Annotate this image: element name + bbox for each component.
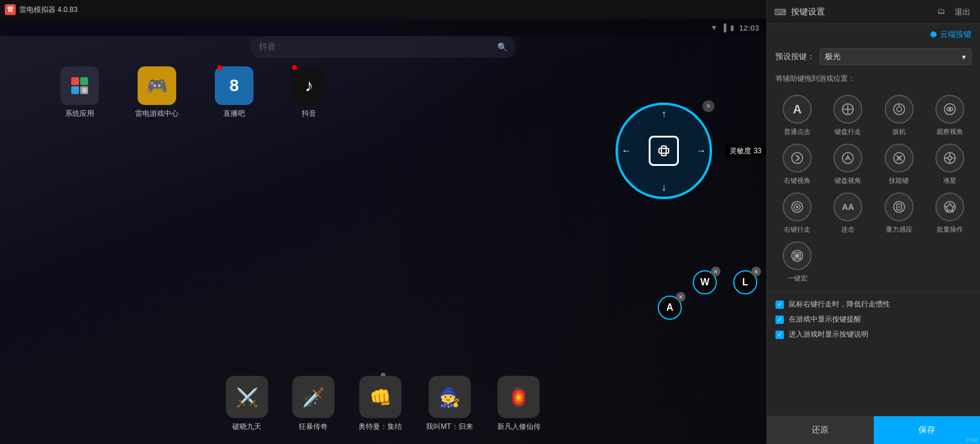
key-item-skill-key[interactable]: 技能键 — [877, 144, 921, 185]
key-item-observe[interactable]: 观察视角 — [928, 95, 972, 136]
title-bar: 雷 雷电模拟器 4.0.83 — [0, 0, 766, 19]
checkbox-row-show-tips[interactable]: ✓ 在游戏中显示按键提醒 — [775, 314, 972, 325]
search-bar[interactable]: 抖音 🔍 — [250, 36, 516, 58]
status-bar: ▼ ▐ ▮ 12:03 — [0, 19, 766, 36]
game-wojiaomt[interactable]: 🧙 我叫MT：归来 — [426, 376, 472, 432]
bottom-games: ⚔️ 破晓九天 🗡️ 狂暴传奇 👊 奥特曼：集结 🧙 我叫MT：归来 🏮 新凡人… — [226, 376, 540, 432]
game-xinpinren[interactable]: 🏮 新凡人修仙传 — [497, 376, 541, 432]
search-icon[interactable]: 🔍 — [497, 42, 508, 52]
key-item-normal-click[interactable]: A 普通点击 — [775, 95, 819, 136]
panel-header-buttons: 🗂 退出 — [935, 5, 973, 19]
app-label-live: 直播吧 — [223, 109, 245, 119]
app-system[interactable]: ⊞ 系统应用 — [60, 66, 99, 119]
key-icon-slot — [885, 95, 914, 124]
key-a-close[interactable]: × — [676, 292, 686, 302]
checkbox-reduce-habit[interactable]: ✓ — [775, 300, 784, 309]
key-icon-right-click-walk — [783, 192, 812, 221]
arrow-down-icon: ↓ — [661, 182, 666, 193]
arrow-up-icon: ↑ — [661, 109, 666, 119]
panel-title: 按键设置 — [791, 7, 930, 17]
game-icon-wojiaomt: 🧙 — [428, 376, 471, 418]
drag-hint: 将辅助键拖到游戏位置： — [767, 69, 980, 89]
game-icon-xinpinren: 🏮 — [498, 376, 540, 418]
key-label-keyboard-walk: 键盘行走 — [835, 127, 861, 136]
search-placeholder: 抖音 — [259, 42, 492, 52]
key-button-w[interactable]: W × — [693, 270, 717, 294]
keyboard-view-icon-svg — [841, 151, 854, 165]
checkbox-show-desc[interactable]: ✓ — [775, 331, 784, 339]
key-item-aim[interactable]: 准星 — [928, 144, 972, 185]
key-item-gravity[interactable]: 重力感应 — [877, 192, 921, 234]
live-icon-symbol: 8 — [229, 76, 239, 95]
observe-icon-svg — [943, 103, 956, 116]
key-item-keyboard-view[interactable]: 键盘视角 — [826, 144, 870, 185]
preset-select[interactable]: 极光 ▾ — [819, 48, 972, 65]
key-icon-keyboard-view — [833, 144, 862, 173]
checkbox-row-reduce-habit[interactable]: ✓ 鼠标右键行走时，降低行走惯性 — [775, 299, 972, 309]
game-label-kuangbao: 狂暴传奇 — [299, 422, 328, 432]
joystick-widget[interactable]: ↑ ↓ ← → × 灵敏度 33 — [616, 103, 712, 199]
joystick-ring[interactable]: ↑ ↓ ← → × — [616, 103, 712, 199]
keyboard-walk-icon-svg — [841, 103, 854, 116]
checkbox-row-show-desc[interactable]: ✓ 进入游戏时显示按键说明 — [775, 329, 972, 340]
key-item-right-click-view[interactable]: 右键视角 — [775, 144, 819, 185]
sensitivity-label: 灵敏度 33 — [725, 144, 766, 158]
key-button-a[interactable]: A × — [658, 296, 682, 320]
right-click-view-icon-svg — [791, 151, 804, 165]
joystick-center-icon — [658, 145, 670, 157]
reset-button[interactable]: 还原 — [767, 416, 874, 444]
app-label-tiktok: 抖音 — [302, 109, 316, 119]
right-click-walk-icon-svg — [791, 200, 804, 214]
key-item-slot[interactable]: 扳机 — [877, 95, 921, 136]
app-tiktok[interactable]: ♪ 抖音 — [290, 66, 328, 119]
tiktok-symbol: ♪ — [305, 76, 313, 95]
game-label-wojiaomt: 我叫MT：归来 — [426, 422, 472, 432]
game-pojiu[interactable]: ⚔️ 破晓九天 — [226, 376, 268, 432]
emulator-area: 雷 雷电模拟器 4.0.83 ▼ ▐ ▮ 12:03 抖音 🔍 ⊞ — [0, 0, 766, 444]
key-item-combo[interactable]: AA 连击 — [826, 192, 870, 234]
exit-button[interactable]: 退出 — [952, 5, 973, 19]
svg-rect-0 — [661, 146, 666, 156]
live-notification-dot — [217, 65, 222, 70]
key-icon-gravity — [885, 192, 914, 221]
drag-hint-text: 将辅助键拖到游戏位置： — [775, 74, 855, 83]
key-label-batch: 批量操作 — [937, 225, 963, 234]
key-item-one-key[interactable]: 一键宏 — [775, 241, 819, 283]
game-aoteman[interactable]: 👊 奥特曼：集结 — [358, 376, 402, 432]
checkbox-check-icon-2: ✓ — [777, 316, 782, 323]
checkbox-show-tips[interactable]: ✓ — [775, 316, 784, 324]
key-label-combo: 连击 — [841, 225, 854, 234]
game-kuangbao[interactable]: 🗡️ 狂暴传奇 — [292, 376, 334, 432]
key-item-batch[interactable]: 批量操作 — [928, 192, 972, 234]
svg-point-25 — [796, 206, 798, 208]
bottom-buttons: 还原 保存 COM — [767, 416, 980, 444]
key-w-close[interactable]: × — [711, 267, 721, 276]
app-icon-tiktok: ♪ — [290, 66, 328, 105]
battery-icon: ▮ — [730, 24, 734, 32]
app-game-center[interactable]: 🎮 雷电游戏中心 — [135, 66, 179, 119]
slot-icon-svg — [892, 103, 906, 116]
checkbox-label-show-desc: 进入游戏时显示按键说明 — [789, 329, 868, 340]
app-icon-live: 8 — [215, 66, 253, 105]
game-icon-pojiu: ⚔️ — [226, 376, 268, 418]
joystick-center — [649, 136, 679, 166]
svg-point-6 — [897, 107, 902, 112]
key-item-keyboard-walk[interactable]: 键盘行走 — [826, 95, 870, 136]
key-item-right-click-walk[interactable]: 右键行走 — [775, 192, 819, 234]
joystick-close-button[interactable]: × — [702, 100, 714, 112]
save-file-button[interactable]: 🗂 — [935, 5, 947, 19]
sys-cell-2 — [80, 77, 88, 85]
key-l-close[interactable]: × — [751, 267, 761, 276]
checkbox-check-icon: ✓ — [777, 301, 782, 308]
save-button[interactable]: 保存 COM — [874, 416, 981, 444]
app-live[interactable]: 8 直播吧 — [215, 66, 253, 119]
one-key-icon-svg — [791, 249, 804, 262]
key-button-l[interactable]: L × — [733, 270, 757, 294]
preset-dropdown-icon: ▾ — [962, 52, 966, 62]
key-icon-normal-click: A — [783, 95, 812, 124]
key-label-observe: 观察视角 — [937, 127, 963, 136]
app-label-system: 系统应用 — [65, 109, 94, 119]
cloud-keys-button[interactable]: 云端按键 — [767, 24, 980, 45]
key-label-skill-key: 技能键 — [889, 176, 909, 185]
key-label-keyboard-view: 键盘视角 — [835, 176, 861, 185]
